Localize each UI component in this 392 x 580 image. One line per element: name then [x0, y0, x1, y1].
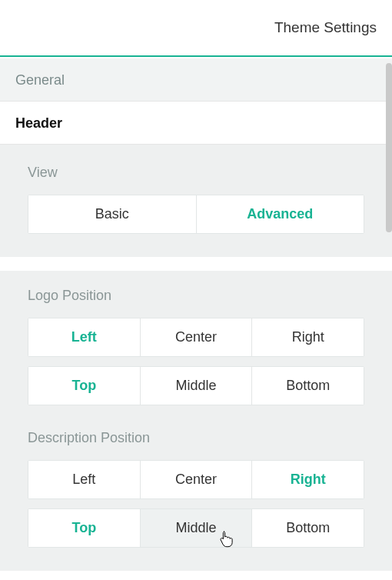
- tab-general-label: General: [15, 72, 65, 88]
- view-group: View Basic Advanced: [0, 145, 392, 257]
- description-position-group: Description Position Left Center Right T…: [28, 430, 364, 548]
- positions-group: Logo Position Left Center Right Top Midd…: [0, 271, 392, 571]
- desc-pos-bottom[interactable]: Bottom: [252, 509, 364, 547]
- logo-pos-top[interactable]: Top: [28, 367, 141, 405]
- logo-position-horizontal: Left Center Right: [28, 318, 364, 357]
- view-group-title: View: [28, 165, 364, 181]
- view-option-advanced[interactable]: Advanced: [197, 195, 364, 233]
- description-position-horizontal: Left Center Right: [28, 460, 364, 499]
- desc-pos-center[interactable]: Center: [141, 461, 253, 498]
- tab-header-label: Header: [15, 115, 62, 131]
- tab-general[interactable]: General: [0, 58, 392, 102]
- logo-pos-left[interactable]: Left: [28, 318, 141, 356]
- panel-title: Theme Settings: [274, 19, 377, 36]
- logo-position-title: Logo Position: [28, 288, 364, 304]
- group-gap: [0, 257, 392, 271]
- logo-pos-center[interactable]: Center: [141, 318, 253, 356]
- desc-pos-middle[interactable]: Middle: [141, 509, 253, 547]
- logo-pos-middle[interactable]: Middle: [141, 367, 253, 405]
- view-option-basic[interactable]: Basic: [28, 195, 197, 233]
- logo-pos-bottom[interactable]: Bottom: [252, 367, 364, 405]
- theme-settings-panel: Theme Settings General Header View Basic…: [0, 0, 392, 580]
- logo-position-group: Logo Position Left Center Right Top Midd…: [28, 288, 364, 405]
- panel-scroll-area[interactable]: General Header View Basic Advanced Logo …: [0, 58, 392, 580]
- desc-pos-top[interactable]: Top: [28, 509, 141, 547]
- panel-header: Theme Settings: [0, 0, 392, 57]
- logo-pos-right[interactable]: Right: [252, 318, 364, 356]
- desc-pos-left[interactable]: Left: [28, 461, 141, 498]
- description-position-vertical: Top Middle Bottom: [28, 508, 364, 548]
- description-position-title: Description Position: [28, 430, 364, 446]
- logo-position-vertical: Top Middle Bottom: [28, 366, 364, 405]
- view-segmented: Basic Advanced: [28, 195, 364, 234]
- scrollbar-thumb[interactable]: [386, 63, 392, 232]
- tab-header[interactable]: Header: [0, 102, 392, 145]
- desc-pos-right[interactable]: Right: [252, 461, 364, 498]
